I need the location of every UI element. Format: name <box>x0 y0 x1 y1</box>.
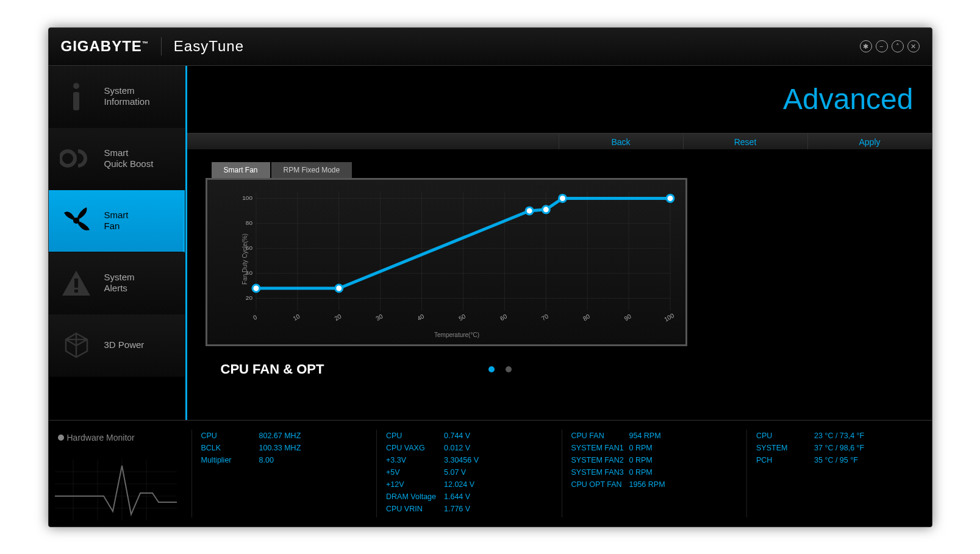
monitor-row: CPU VAXG0.012 V <box>386 442 556 454</box>
chart-title: CPU FAN & OPT <box>221 361 324 377</box>
monitor-value: 12.024 V <box>444 478 474 491</box>
oc-icon <box>60 142 93 176</box>
monitor-value: 0.012 V <box>444 442 470 454</box>
sidebar-item-system-alerts[interactable]: SystemAlerts <box>49 252 185 314</box>
apply-button[interactable]: Apply <box>807 133 932 149</box>
monitor-key: SYSTEM <box>756 442 814 454</box>
chart-ylabel: Fan Duty Cycle(%) <box>241 233 248 285</box>
svg-text:100: 100 <box>663 311 675 322</box>
chart-point[interactable] <box>252 284 259 291</box>
dot-icon <box>58 435 64 441</box>
monitor-row: Multiplier8.00 <box>201 454 371 466</box>
brand-logo: GIGABYTE™ <box>61 38 149 55</box>
monitor-value: 3.30456 V <box>444 454 479 466</box>
svg-text:60: 60 <box>499 313 508 322</box>
tabs: Smart FanRPM Fixed Mode <box>212 162 914 178</box>
chart-svg[interactable]: 204060801000102030405060708090100 <box>238 189 676 329</box>
svg-text:40: 40 <box>416 313 425 322</box>
monitor-value: 0.744 V <box>444 430 470 442</box>
svg-text:10: 10 <box>291 313 301 322</box>
sidebar-label: SmartFan <box>104 210 129 232</box>
monitor-key: BCLK <box>201 442 259 454</box>
monitor-row: CPU802.67 MHZ <box>201 430 371 442</box>
monitor-row: +12V12.024 V <box>386 478 556 491</box>
svg-text:20: 20 <box>333 313 342 322</box>
sidebar-item-system-info[interactable]: SystemInformation <box>49 66 185 128</box>
monitor-key: PCH <box>756 454 814 466</box>
svg-rect-5 <box>74 289 78 293</box>
fan-icon <box>60 204 93 238</box>
chart-point[interactable] <box>335 284 342 291</box>
chart-point[interactable] <box>667 194 674 202</box>
monitor-value: 0 RPM <box>629 466 653 478</box>
chart-point[interactable] <box>526 207 533 214</box>
monitor-value: 37 °C / 98,6 °F <box>814 442 864 454</box>
sidebar-item-quick-boost[interactable]: SmartQuick Boost <box>49 128 185 190</box>
content: Advanced Back Reset Apply Smart FanRPM F… <box>185 66 932 420</box>
svg-text:0: 0 <box>252 313 259 321</box>
monitor-columns: CPU802.67 MHZBCLK100.33 MHZMultiplier8.0… <box>185 421 932 527</box>
monitor-key: +12V <box>386 478 444 491</box>
monitor-value: 1.776 V <box>444 503 470 515</box>
monitor-value: 8.00 <box>259 454 274 466</box>
pager-dot[interactable] <box>506 366 512 372</box>
window-controls: ✱ − ˄ ✕ <box>860 40 920 52</box>
sidebar-item-smart-fan[interactable]: SmartFan <box>49 190 185 252</box>
reset-button[interactable]: Reset <box>683 133 807 149</box>
svg-point-2 <box>60 151 75 166</box>
app-window: GIGABYTE™ EasyTune ✱ − ˄ ✕ SystemInforma… <box>48 27 932 527</box>
hw-monitor-panel: Hardware Monitor <box>49 421 185 527</box>
monitor-row: +5V5.07 V <box>386 466 556 478</box>
monitor-key: SYSTEM FAN1 <box>571 442 629 454</box>
action-bar: Back Reset Apply <box>187 133 932 150</box>
monitor-column: CPU802.67 MHZBCLK100.33 MHZMultiplier8.0… <box>191 430 371 517</box>
monitor-value: 0 RPM <box>629 454 653 466</box>
monitor-key: Multiplier <box>201 454 259 466</box>
back-button[interactable]: Back <box>559 133 683 149</box>
monitor-row: SYSTEM FAN20 RPM <box>571 454 741 466</box>
svg-text:90: 90 <box>623 313 632 322</box>
close-button[interactable]: ✕ <box>907 40 920 52</box>
monitor-key: CPU OPT FAN <box>571 478 629 491</box>
monitor-row: CPU VRIN1.776 V <box>386 503 556 515</box>
monitor-row: +3.3V3.30456 V <box>386 454 556 466</box>
monitor-value: 5.07 V <box>444 466 466 478</box>
gear-icon[interactable]: ✱ <box>860 40 872 52</box>
minimize-button[interactable]: − <box>876 40 888 52</box>
separator <box>161 37 162 55</box>
svg-text:80: 80 <box>245 219 252 226</box>
monitor-key: CPU VAXG <box>386 442 444 454</box>
pager-dot[interactable] <box>488 366 495 372</box>
cube-icon <box>60 328 93 362</box>
sidebar-label: SystemAlerts <box>104 272 135 294</box>
monitor-key: CPU FAN <box>571 430 629 442</box>
monitor-key: SYSTEM FAN3 <box>571 466 629 478</box>
fan-curve-chart[interactable]: Fan Duty Cycle(%) 2040608010001020304050… <box>206 178 687 346</box>
monitor-key: CPU <box>386 430 444 442</box>
monitor-value: 1.644 V <box>444 491 470 503</box>
monitor-key: CPU <box>201 430 259 442</box>
monitor-value: 100.33 MHZ <box>259 442 301 454</box>
alert-icon <box>60 266 93 300</box>
pager <box>488 366 512 372</box>
chart-point[interactable] <box>559 194 566 202</box>
monitor-key: CPU <box>756 430 814 442</box>
tab-smart-fan[interactable]: Smart Fan <box>212 162 270 178</box>
monitor-column: CPU FAN954 RPMSYSTEM FAN10 RPMSYSTEM FAN… <box>562 430 741 517</box>
tab-rpm-fixed-mode[interactable]: RPM Fixed Mode <box>271 162 352 178</box>
hw-monitor-title: Hardware Monitor <box>67 433 135 442</box>
monitor-row: BCLK100.33 MHZ <box>201 442 371 454</box>
monitor-row: SYSTEM FAN10 RPM <box>571 442 741 454</box>
monitor-value: 802.67 MHZ <box>259 430 301 442</box>
svg-text:80: 80 <box>581 313 590 322</box>
monitor-row: DRAM Voltage1.644 V <box>386 491 556 503</box>
sidebar-item-3d-power[interactable]: 3D Power <box>49 314 185 377</box>
content-header: Advanced <box>187 66 932 133</box>
chart-point[interactable] <box>542 205 549 213</box>
monitor-row: CPU OPT FAN1956 RPM <box>571 478 741 491</box>
sidebar-label: 3D Power <box>104 339 145 350</box>
monitor-key: SYSTEM FAN2 <box>571 454 629 466</box>
maximize-button[interactable]: ˄ <box>892 40 904 52</box>
monitor-value: 35 °C / 95 °F <box>814 454 858 466</box>
monitor-key: +5V <box>386 466 444 478</box>
